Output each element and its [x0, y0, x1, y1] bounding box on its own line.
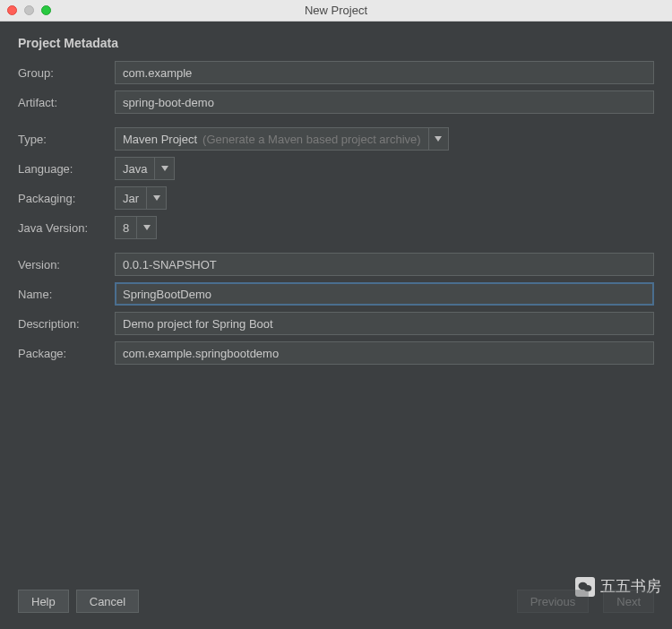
java-version-dropdown[interactable]: 8: [115, 216, 157, 239]
description-input[interactable]: [115, 312, 654, 335]
form: Group: Artifact: Type: Maven Project (Ge…: [18, 61, 654, 371]
type-label: Type:: [18, 133, 115, 146]
window-title: New Project: [0, 4, 672, 17]
chevron-down-icon: [428, 128, 448, 150]
language-dropdown[interactable]: Java: [115, 157, 175, 180]
language-value: Java: [123, 162, 147, 176]
type-hint: (Generate a Maven based project archive): [202, 133, 421, 146]
chevron-down-icon: [154, 158, 174, 179]
language-label: Language:: [18, 162, 115, 176]
name-input[interactable]: [115, 282, 654, 306]
package-label: Package:: [18, 347, 115, 360]
java-version-value: 8: [123, 221, 129, 235]
section-title: Project Metadata: [18, 36, 654, 50]
name-label: Name:: [18, 288, 115, 301]
help-button[interactable]: Help: [18, 590, 69, 613]
content-area: Project Metadata Group: Artifact: Type: …: [0, 22, 672, 579]
footer: Help Cancel Previous Next: [0, 579, 672, 629]
titlebar: New Project: [0, 0, 672, 22]
group-input[interactable]: [115, 61, 654, 84]
artifact-input[interactable]: [115, 90, 654, 114]
package-input[interactable]: [115, 341, 654, 365]
type-value: Maven Project: [123, 133, 197, 146]
packaging-dropdown[interactable]: Jar: [115, 186, 167, 210]
cancel-button[interactable]: Cancel: [76, 590, 139, 613]
next-button[interactable]: Next: [603, 590, 654, 613]
chevron-down-icon: [146, 187, 166, 209]
artifact-label: Artifact:: [18, 96, 115, 109]
description-label: Description:: [18, 317, 115, 331]
version-label: Version:: [18, 258, 115, 271]
java-version-label: Java Version:: [18, 221, 115, 235]
group-label: Group:: [18, 66, 115, 80]
version-input[interactable]: [115, 253, 654, 276]
type-dropdown[interactable]: Maven Project (Generate a Maven based pr…: [115, 127, 449, 151]
packaging-label: Packaging:: [18, 192, 115, 205]
chevron-down-icon: [136, 217, 156, 238]
packaging-value: Jar: [123, 192, 139, 205]
previous-button[interactable]: Previous: [517, 590, 590, 613]
